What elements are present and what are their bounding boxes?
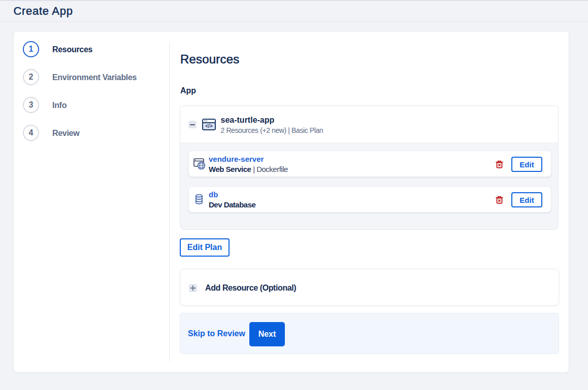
svg-text:</>: </>	[205, 123, 213, 129]
